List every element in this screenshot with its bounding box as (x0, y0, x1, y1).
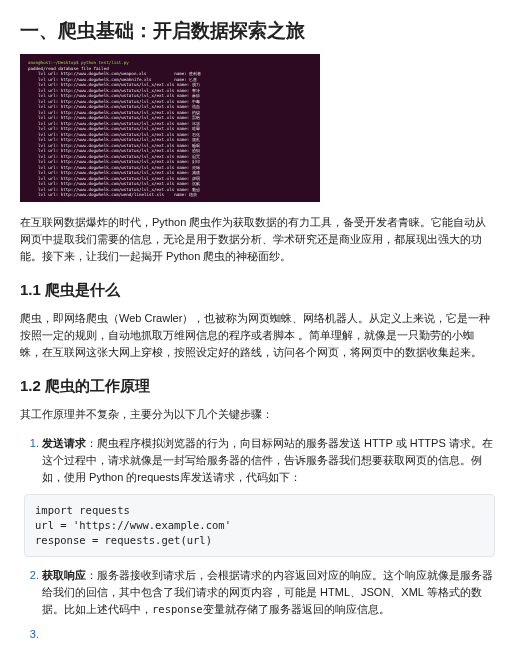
code-block: import requests url = 'https://www.examp… (24, 494, 495, 557)
section-1-2-title: 1.2 爬虫的工作原理 (20, 377, 495, 396)
step-label: 发送请求 (42, 437, 86, 449)
terminal-line: lvl url: http://www.dogwhelk.com/wend/li… (28, 192, 312, 198)
intro-paragraph: 在互联网数据爆炸的时代，Python 爬虫作为获取数据的有力工具，备受开发者青睐… (20, 214, 495, 265)
step-text: ：爬虫程序模拟浏览器的行为，向目标网站的服务器发送 HTTP 或 HTTPS 请… (42, 437, 493, 483)
page-title: 一、爬虫基础：开启数据探索之旅 (20, 18, 495, 44)
section-1-2-lead: 其工作原理并不复杂，主要分为以下几个关键步骤： (20, 406, 495, 423)
list-item: 发送请求：爬虫程序模拟浏览器的行为，向目标网站的服务器发送 HTTP 或 HTT… (42, 435, 495, 486)
inline-code: response (152, 603, 203, 615)
step-label: 获取响应 (42, 569, 86, 581)
steps-list: 发送请求：爬虫程序模拟浏览器的行为，向目标网站的服务器发送 HTTP 或 HTT… (20, 435, 495, 486)
step-text: 变量就存储了服务器返回的响应信息。 (203, 603, 390, 615)
section-1-1-body: 爬虫，即网络爬虫（Web Crawler），也被称为网页蜘蛛、网络机器人。从定义… (20, 310, 495, 361)
list-item (42, 626, 495, 643)
terminal-screenshot: anon@host:~/Desktop$ python test/list.py… (20, 54, 320, 202)
steps-list: 获取响应：服务器接收到请求后，会根据请求的内容返回对应的响应。这个响应就像是服务… (20, 567, 495, 643)
list-item: 获取响应：服务器接收到请求后，会根据请求的内容返回对应的响应。这个响应就像是服务… (42, 567, 495, 618)
section-1-1-title: 1.1 爬虫是什么 (20, 281, 495, 300)
